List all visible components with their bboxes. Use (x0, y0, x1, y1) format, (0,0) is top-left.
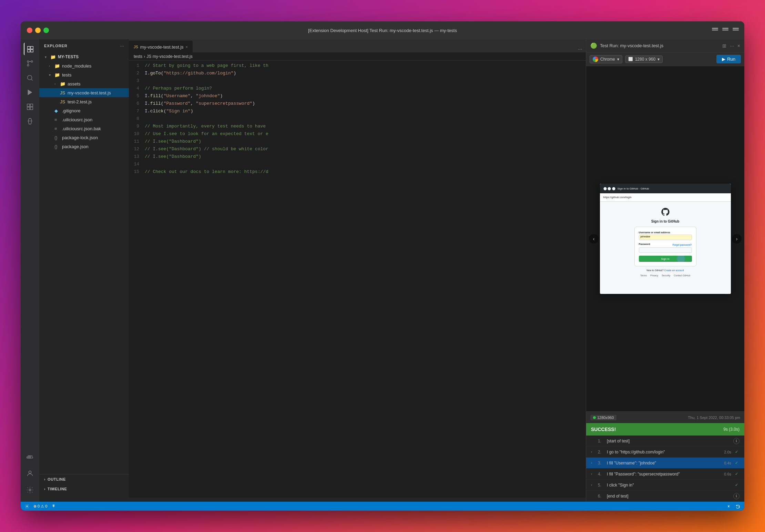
test-toolbar: Chrome ▾ ⬜ 1280 x 960 ▾ ▶ Run (586, 52, 744, 66)
btn-ripple (677, 256, 685, 262)
sidebar-more-icon[interactable]: ··· (120, 43, 124, 49)
sidebar-title: EXPLORER (44, 44, 68, 48)
status-refresh-icon[interactable] (736, 504, 740, 509)
timeline-header[interactable]: › TIMELINE (39, 484, 129, 494)
layout-icon-3[interactable] (733, 28, 739, 33)
activity-docker[interactable] (24, 451, 36, 463)
code-line-1: // Start by going to a web page first, l… (143, 62, 586, 70)
tree-uiliciousrc[interactable]: ≡ .uiliciousrc.json (39, 115, 129, 124)
tree-gitignore[interactable]: ◆ .gitignore (39, 106, 129, 115)
code-line-15: // Check out our docs to learn more: htt… (143, 168, 586, 176)
tree-main-test-file[interactable]: JS my-vscode-test.test.js (39, 88, 129, 97)
step-desc-6: [end of test] (607, 494, 731, 499)
activity-bar (21, 39, 39, 502)
run-label: Run (727, 57, 735, 62)
success-label: SUCCESS! (591, 427, 616, 432)
window-title: [Extension Development Host] Test Run: m… (308, 28, 457, 33)
svg-point-0 (27, 61, 29, 62)
activity-source-control[interactable] (24, 57, 36, 70)
close-button[interactable] (27, 28, 32, 33)
password-row: Password Forgot password? (639, 243, 692, 246)
test-step-3[interactable]: › 3. I fill "Username": "johndoe" 0.4s ✓ (586, 458, 744, 469)
screenshot-prev-button[interactable]: ‹ (589, 234, 599, 244)
activity-run-debug[interactable] (24, 86, 36, 99)
create-account-link[interactable]: Create an account (664, 269, 684, 272)
footer-contact[interactable]: Contact GitHub (674, 274, 690, 277)
tree-package-json[interactable]: {} package.json (39, 142, 129, 151)
titlebar: [Extension Development Host] Test Run: m… (21, 21, 744, 39)
test-step-list: 1. [start of test] ℹ › 2. I go to "https… (586, 436, 744, 502)
layout-icon-1[interactable] (712, 28, 718, 33)
resolution-chevron-icon: ▾ (657, 57, 660, 62)
run-button[interactable]: ▶ Run (716, 55, 741, 63)
status-settings[interactable] (25, 504, 29, 509)
status-dot (593, 416, 596, 419)
activity-settings[interactable] (24, 484, 36, 496)
status-remote-icon[interactable] (726, 504, 731, 509)
step-status-5: ✓ (733, 482, 740, 488)
panel-close-icon[interactable]: × (737, 43, 740, 49)
browser-header-bar: ⬤ ⬤ ⬤ Sign in to GitHub · GitHub (600, 184, 731, 193)
activity-explorer[interactable] (24, 43, 36, 55)
test-step-4[interactable]: › 4. I fill "Password": "supersecretpass… (586, 469, 744, 480)
tree-root[interactable]: ▾ 📁 MY-TESTS (39, 52, 129, 61)
step-chevron-5: › (591, 483, 596, 487)
password-input[interactable] (639, 247, 692, 253)
minimize-button[interactable] (35, 28, 41, 33)
tree-node-modules[interactable]: › 📁 node_modules (39, 61, 129, 70)
right-panel: 🟢 Test Run: my-vscode-test.test.js ⊞ ···… (586, 39, 744, 502)
panel-split-icon[interactable]: ⊞ (722, 43, 726, 49)
status-errors[interactable]: ⊗ 0 ⚠ 0 (33, 504, 47, 509)
footer-privacy[interactable]: Privacy (650, 274, 658, 277)
signin-button[interactable]: Sign in (639, 256, 692, 262)
footer-terms[interactable]: Terms (640, 274, 647, 277)
activity-extensions[interactable] (24, 101, 36, 113)
password-label: Password (639, 243, 650, 245)
outline-header[interactable]: › OUTLINE (39, 474, 129, 484)
tab-close-icon[interactable]: × (186, 45, 188, 49)
editor-scrollbar[interactable] (129, 498, 586, 502)
main-layout: EXPLORER ··· ▾ 📁 MY-TESTS › 📁 node_modul… (21, 39, 744, 502)
step-duration-2: 2.0s (724, 450, 731, 454)
tree-assets-folder[interactable]: › 📁 assets (39, 79, 129, 88)
tab-more-button[interactable]: ··· (578, 46, 586, 52)
svg-rect-8 (30, 107, 33, 110)
code-line-3 (143, 77, 586, 85)
resolution-select[interactable]: ⬜ 1280 x 960 ▾ (625, 55, 663, 63)
panel-more-icon[interactable]: ··· (730, 43, 734, 49)
test-step-1[interactable]: 1. [start of test] ℹ (586, 436, 744, 447)
activity-search[interactable] (24, 72, 36, 84)
footer-security[interactable]: Security (662, 274, 670, 277)
svg-rect-5 (27, 104, 30, 106)
editor-tab-main[interactable]: JS my-vscode-test.test.js × (129, 41, 193, 52)
editor-area: JS my-vscode-test.test.js × ··· tests › … (129, 39, 586, 502)
code-editor[interactable]: 12345 678910 1112131415 // Start by goin… (129, 61, 586, 498)
screenshot-next-button[interactable]: › (732, 234, 742, 244)
browser-label: Chrome (600, 57, 615, 62)
maximize-button[interactable] (43, 28, 49, 33)
tree-uiliciousrc-bak[interactable]: ≡ .uiliciousrc.json.bak (39, 124, 129, 133)
browser-url-text: https://github.com/login (603, 196, 632, 199)
test-step-2[interactable]: › 2. I go to "https://github.com/login" … (586, 447, 744, 458)
editor-breadcrumb: tests › JS my-vscode-test.test.js (129, 52, 586, 61)
activity-testing[interactable] (24, 115, 36, 127)
forgot-password-link[interactable]: Forgot password? (672, 244, 692, 246)
step-duration-3: 0.4s (724, 461, 731, 465)
code-content: // Start by going to a web page first, l… (143, 61, 586, 498)
tree-tests-folder[interactable]: ▾ 📁 tests (39, 70, 129, 79)
tree-test2-file[interactable]: JS test-2.test.js (39, 97, 129, 106)
activity-account[interactable] (24, 467, 36, 480)
browser-select[interactable]: Chrome ▾ (590, 55, 622, 63)
step-desc-2: I go to "https://github.com/login" (607, 450, 722, 454)
chrome-icon (593, 57, 598, 62)
test-step-5[interactable]: › 5. I click "Sign in" ✓ (586, 480, 744, 491)
step-chevron-2: › (591, 450, 596, 454)
status-broadcast[interactable] (51, 504, 56, 509)
sidebar-header: EXPLORER ··· (39, 39, 129, 52)
layout-icon-2[interactable] (722, 28, 728, 33)
github-signin-title: Sign in to GitHub (651, 219, 680, 223)
test-step-6[interactable]: 6. [end of test] ℹ (586, 491, 744, 502)
step-num-3: 3. (598, 461, 605, 466)
username-input[interactable]: johndoe (639, 235, 692, 240)
tree-package-lock[interactable]: {} package-lock.json (39, 133, 129, 142)
